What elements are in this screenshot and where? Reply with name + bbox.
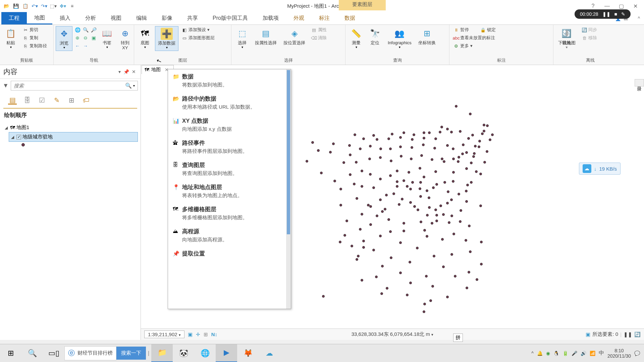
search-now-button[interactable]: 搜索一下	[116, 347, 146, 360]
search-icon[interactable]: 🔍	[125, 82, 132, 89]
tray-clock[interactable]: 8:10 2020/11/30	[607, 348, 631, 359]
infographics-button[interactable]: 👥Infographics▾	[385, 26, 414, 50]
pane-pin-icon[interactable]: 📌	[122, 69, 130, 74]
qat-open-icon[interactable]: 📂	[3, 2, 10, 10]
filter-icon[interactable]: ▼	[3, 82, 9, 89]
nav-prev-icon[interactable]: ←	[74, 42, 81, 50]
nav-full-extent-icon[interactable]: 🌐	[74, 26, 81, 34]
paste-button[interactable]: 📋 粘贴 ▾	[2, 26, 19, 50]
recorder-pause-icon[interactable]: ❚❚	[602, 11, 610, 17]
nav-zoom-sel-icon[interactable]: ▣	[90, 34, 97, 42]
menu-item-1[interactable]: 📂 路径中的数据 使用本地路径或 URL 添加数据。	[168, 92, 291, 114]
catalog-tab[interactable]: 目录	[635, 79, 644, 86]
tray-volume-icon[interactable]: 🔊	[581, 351, 586, 356]
tray-battery-icon[interactable]: 🔋	[562, 351, 568, 356]
tab-share[interactable]: 共享	[180, 12, 205, 24]
tab-image[interactable]: 影像	[154, 12, 180, 24]
grid-icon[interactable]: ⊞	[204, 331, 208, 338]
select-button[interactable]: ⬚ 选择 ▾	[233, 26, 251, 50]
add-data-button[interactable]: ➕ 添加数据 ▾	[155, 26, 178, 51]
search-button[interactable]: 🔍	[21, 344, 43, 362]
menu-item-5[interactable]: 📍 地址和地点图层 将表转换为地图上的地点。	[168, 180, 291, 202]
tray-expand-icon[interactable]: ^	[531, 351, 534, 356]
layer-checkbox[interactable]: ✓	[16, 135, 21, 139]
qat-redo-icon[interactable]: ↷▾	[40, 2, 48, 10]
download-map-button[interactable]: ⬇下载地图▾	[555, 26, 578, 50]
clear-sel-button[interactable]: ⌫清除	[309, 34, 329, 42]
viewclip-icon[interactable]: ▣	[188, 331, 193, 338]
tab-data[interactable]: 数据	[337, 12, 363, 24]
copypath-button[interactable]: ⎘复制路径	[21, 42, 49, 50]
search-dd-icon[interactable]: ▾	[133, 84, 135, 87]
sync-button[interactable]: 🔄同步	[580, 26, 599, 34]
browse-button[interactable]: ✥ 浏览 ▾	[56, 26, 72, 51]
search-input[interactable]	[14, 83, 125, 88]
add-preset-button[interactable]: ◧添加预设 ▾	[180, 26, 217, 34]
explorer-taskbar-icon[interactable]: 📁	[151, 344, 173, 362]
cut-button[interactable]: ✂剪切	[21, 26, 49, 34]
tab-edit[interactable]: 编辑	[129, 12, 154, 24]
list-draworder-icon[interactable]: ▤	[8, 96, 17, 105]
nav-zoom-in-icon[interactable]: 🔍	[82, 26, 89, 34]
toc-map[interactable]: ◢ 🗺 地图1	[3, 123, 138, 132]
tray-action-center-icon[interactable]: 💬	[634, 351, 640, 356]
dynamic-icon[interactable]: N↕	[211, 331, 217, 337]
nav-fixed-out-icon[interactable]: ⊖	[82, 34, 89, 42]
tray-notif-icon[interactable]: 🔔	[537, 351, 543, 356]
taskview-button[interactable]: ▭▯	[43, 344, 64, 362]
tab-map[interactable]: 地图	[27, 12, 52, 24]
menu-item-0[interactable]: 📁 数据 将数据添加到地图。	[168, 69, 291, 92]
attributes-button[interactable]: ▤属性	[309, 26, 329, 34]
nav-fixed-in-icon[interactable]: ⊕	[74, 34, 81, 42]
list-source-icon[interactable]: 🗄	[23, 96, 32, 105]
scale-input[interactable]: 1:39,211,902 ▾	[144, 330, 184, 338]
menu-item-2[interactable]: 📊 XY 点数据 向地图添加 x,y 点数据	[168, 114, 291, 136]
tab-addins[interactable]: 加载项	[255, 12, 286, 24]
tab-view[interactable]: 视图	[103, 12, 129, 24]
expand-icon[interactable]: ◢	[5, 125, 9, 130]
pause-draw-icon[interactable]: ❚❚	[624, 331, 632, 338]
pane-dropdown-icon[interactable]: ▾	[117, 69, 122, 74]
qat-undo-icon[interactable]: ↶▾	[31, 2, 38, 10]
snap-icon[interactable]: ✛	[196, 331, 200, 338]
tray-wifi-icon[interactable]: 📶	[590, 351, 595, 356]
layer-symbol[interactable]	[21, 143, 25, 146]
measure-button[interactable]: 📏测量▾	[347, 26, 365, 50]
pane-close-icon[interactable]: ✕	[130, 69, 137, 74]
cloud-taskbar-icon[interactable]: ☁	[259, 344, 280, 362]
ribbon-collapse-icon[interactable]: ^	[638, 16, 640, 21]
qat-customize-icon[interactable]: ≡	[68, 2, 76, 10]
toc-layer[interactable]: ◢ ✓ 地级城市驻地	[9, 132, 138, 142]
qat-copy-icon[interactable]: 📋	[21, 2, 29, 10]
bookmark-button[interactable]: 📖 书签 ▾	[99, 26, 115, 50]
more-button[interactable]: ⚙更多 ▾	[451, 42, 497, 50]
tab-appearance[interactable]: 外观	[286, 12, 312, 24]
panda-taskbar-icon[interactable]: 🐼	[173, 344, 194, 362]
menu-item-8[interactable]: 📌 提取位置	[168, 246, 291, 262]
goto-xy-button[interactable]: ⊕ 转到 XY	[117, 26, 133, 52]
qat-pan-icon[interactable]: ✥▾	[59, 2, 66, 10]
select-by-attr-button[interactable]: ▤ 按属性选择	[252, 26, 279, 47]
tray-lang[interactable]: 中	[599, 350, 604, 357]
add-graphic-button[interactable]: ▭添加图形图层	[180, 34, 217, 42]
list-label-icon[interactable]: 🏷	[82, 96, 91, 105]
unplaced-button[interactable]: abc查看未放置的标注	[451, 34, 497, 42]
recorder-edit-icon[interactable]: ✎	[621, 11, 625, 17]
tab-insert[interactable]: 插入	[52, 12, 78, 24]
tab-labeling[interactable]: 标注	[312, 12, 337, 24]
ime-indicator[interactable]: 拼	[453, 334, 463, 342]
start-button[interactable]: ⊞	[0, 344, 21, 362]
tab-analysis[interactable]: 分析	[78, 12, 103, 24]
tray-app1-icon[interactable]: ◉	[546, 351, 550, 356]
list-edit-icon[interactable]: ✎	[52, 96, 61, 105]
tray-app2-icon[interactable]: 🐧	[553, 351, 559, 356]
remove-button[interactable]: 🗑移除	[580, 34, 599, 42]
copy-button[interactable]: ⎘复制	[21, 34, 49, 42]
qat-select-icon[interactable]: ⬚▾	[50, 2, 57, 10]
tab-china-tools[interactable]: Pro版中国工具	[205, 12, 255, 24]
recorder-stop-icon[interactable]: ■	[614, 11, 617, 17]
lock-label-button[interactable]: 🔒锁定	[478, 26, 498, 34]
coord-convert-button[interactable]: ⊞坐标转换	[416, 26, 438, 47]
menu-item-3[interactable]: 🛣 路径事件 将路径事件图层添加到地图。	[168, 136, 291, 158]
locate-button[interactable]: 🔭定位	[366, 26, 384, 47]
